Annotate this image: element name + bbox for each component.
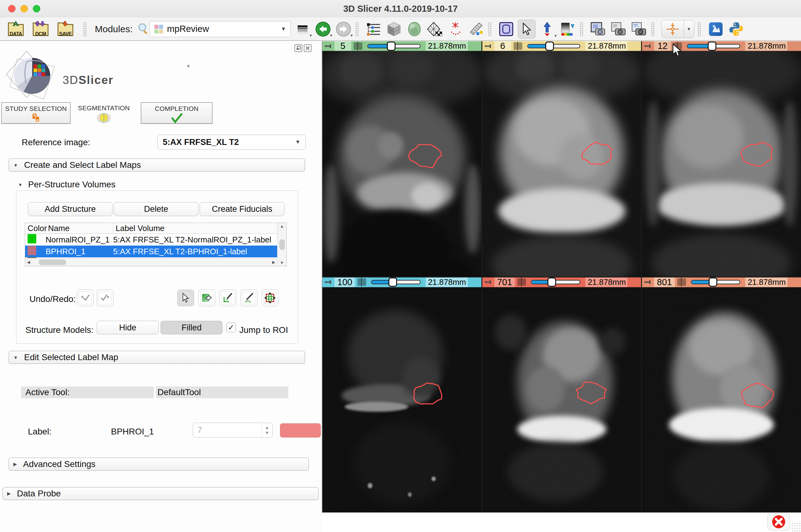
- scroll-down-icon[interactable]: ▼: [280, 261, 284, 265]
- mri-view[interactable]: [322, 287, 481, 513]
- pin-icon[interactable]: [643, 44, 652, 49]
- mri-view[interactable]: [483, 51, 641, 277]
- redo-button[interactable]: [97, 289, 113, 306]
- mouse-interaction-button[interactable]: [518, 19, 536, 39]
- create-fiducials-button[interactable]: Create Fiducials: [200, 202, 285, 216]
- slice-slider[interactable]: [691, 280, 740, 284]
- undo-button[interactable]: [77, 289, 94, 306]
- tab-completion[interactable]: COMPLETION: [141, 102, 213, 124]
- pin-icon[interactable]: [643, 280, 652, 285]
- mri-slice-image[interactable]: [483, 287, 641, 513]
- slider-handle[interactable]: [709, 278, 717, 287]
- markups-module-icon[interactable]: [447, 19, 465, 39]
- mri-view[interactable]: [642, 287, 801, 513]
- mri-view[interactable]: [322, 51, 481, 277]
- module-search-icon[interactable]: [137, 23, 149, 36]
- hide-models-button[interactable]: Hide: [97, 321, 159, 335]
- slice-slider[interactable]: [371, 280, 420, 284]
- reference-image-combobox[interactable]: 5:AX FRFSE_XL T2 ▼: [158, 135, 306, 150]
- volume-rendering-icon[interactable]: [405, 19, 423, 39]
- add-structure-button[interactable]: Add Structure: [28, 202, 112, 216]
- colors-module-icon[interactable]: [559, 19, 577, 39]
- slice-slider[interactable]: [367, 44, 421, 48]
- scene-view-capture-icon[interactable]: [609, 19, 627, 39]
- jump-to-roi-checkbox[interactable]: ✓: [226, 323, 236, 332]
- scroll-right-icon[interactable]: ▶: [272, 260, 275, 264]
- slider-handle[interactable]: [547, 278, 556, 287]
- pin-icon[interactable]: [484, 280, 492, 285]
- slice-menu-icon[interactable]: [514, 42, 522, 50]
- transforms-icon[interactable]: ▾: [538, 19, 556, 39]
- advanced-settings-section[interactable]: ▶ Advanced Settings: [9, 458, 309, 471]
- back-button[interactable]: ▾: [314, 20, 332, 38]
- pin-icon[interactable]: [324, 44, 332, 49]
- pin-icon[interactable]: [484, 44, 492, 49]
- undock-panel-button[interactable]: [294, 44, 302, 52]
- close-panel-button[interactable]: [304, 44, 311, 52]
- slice-slider[interactable]: [531, 280, 580, 284]
- scroll-up-icon[interactable]: ▲: [280, 224, 284, 229]
- mri-slice-image[interactable]: [322, 51, 481, 277]
- mri-slice-image[interactable]: [642, 287, 801, 513]
- tab-study-selection[interactable]: STUDY SELECTION: [1, 102, 71, 124]
- module-selector-combobox[interactable]: mpReview ▼: [149, 21, 291, 37]
- default-tool-button[interactable]: [177, 289, 194, 306]
- filled-models-button[interactable]: Filled: [161, 321, 222, 335]
- table-vscrollbar[interactable]: ▲ ▼: [277, 223, 287, 266]
- subject-hierarchy-icon[interactable]: [365, 19, 383, 39]
- save-data-button[interactable]: SAVE: [55, 19, 76, 40]
- mri-slice-image[interactable]: [642, 51, 801, 277]
- tab-segmentation[interactable]: SEGMENTATION: [76, 102, 131, 124]
- data-probe-section[interactable]: ▶ Data Probe: [2, 487, 318, 500]
- create-select-labelmaps-section[interactable]: ▼ Create and Select Label Maps: [9, 158, 305, 172]
- paint-tool-button[interactable]: [219, 289, 236, 306]
- structure-row-BPHROI_1[interactable]: BPHROI_15:AX FRFSE_XL T2-BPHROI_1-label: [25, 246, 287, 257]
- slice-menu-icon[interactable]: [354, 42, 362, 50]
- import-dicom-button[interactable]: DCM: [30, 19, 51, 40]
- scroll-left-icon[interactable]: ◀: [27, 260, 30, 264]
- slider-handle[interactable]: [387, 41, 396, 51]
- edit-labelmap-section[interactable]: ▼ Edit Selected Label Map: [9, 351, 305, 364]
- structure-row-NormalROI_PZ_1[interactable]: NormalROI_PZ_15:AX FRFSE_XL T2-NormalROI…: [25, 234, 287, 246]
- close-error-button[interactable]: [767, 513, 790, 530]
- hscroll-thumb[interactable]: [39, 260, 66, 265]
- grow-cut-tool-button[interactable]: [262, 289, 278, 306]
- slice-menu-icon[interactable]: [677, 279, 686, 286]
- vscroll-thumb[interactable]: [279, 240, 285, 250]
- capture-screenshot-icon[interactable]: [589, 19, 607, 39]
- extensions-manager-icon[interactable]: [707, 19, 725, 39]
- pin-icon[interactable]: [324, 280, 332, 285]
- python-console-icon[interactable]: [727, 19, 745, 39]
- volumes-module-icon[interactable]: [385, 19, 403, 39]
- crosshair-dropdown[interactable]: ▾: [684, 20, 694, 38]
- erase-tool-button[interactable]: [198, 289, 215, 306]
- label-value-spinbox[interactable]: 7 ▲▼: [193, 423, 273, 438]
- slice-menu-icon[interactable]: [358, 279, 366, 286]
- slider-handle[interactable]: [388, 278, 397, 287]
- slider-handle[interactable]: [708, 41, 716, 51]
- draw-tool-button[interactable]: [240, 289, 257, 306]
- slice-menu-icon[interactable]: [517, 279, 526, 286]
- mri-view[interactable]: [483, 287, 641, 513]
- crosshair-split-button[interactable]: ▾: [661, 20, 694, 38]
- slice-slider[interactable]: [687, 44, 740, 48]
- delete-structure-button[interactable]: Delete: [114, 202, 198, 216]
- per-structure-volumes-section[interactable]: ▼ Per-Structure Volumes: [18, 179, 116, 190]
- table-hscrollbar[interactable]: ◀ ▶: [25, 258, 277, 266]
- window-level-icon[interactable]: [497, 19, 515, 39]
- mri-view[interactable]: [642, 51, 801, 277]
- annotations-ruler-icon[interactable]: [467, 19, 485, 39]
- slice-slider[interactable]: [527, 44, 581, 48]
- load-data-button[interactable]: DATA: [5, 19, 26, 40]
- mri-slice-image[interactable]: [322, 287, 481, 513]
- forward-button[interactable]: ▾: [335, 20, 352, 38]
- resize-grip[interactable]: [791, 522, 800, 531]
- layout-selector-button[interactable]: ▾: [294, 20, 311, 38]
- spinbox-arrows[interactable]: ▲▼: [261, 423, 272, 437]
- crosshair-button[interactable]: [661, 20, 684, 38]
- segmentations-module-icon[interactable]: [426, 19, 444, 39]
- label-color-swatch[interactable]: [280, 423, 321, 438]
- scroll-up-icon[interactable]: ▲: [186, 62, 190, 68]
- mri-slice-image[interactable]: [483, 51, 641, 277]
- slider-handle[interactable]: [545, 41, 554, 51]
